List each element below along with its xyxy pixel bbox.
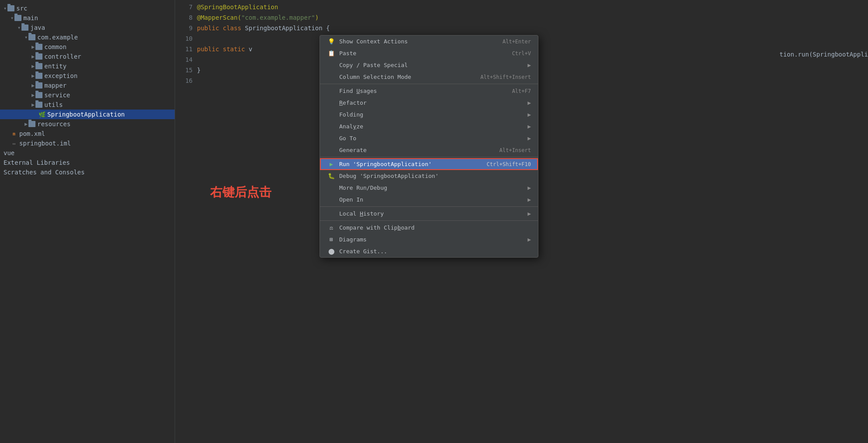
- submenu-arrow-more-run-icon: ▶: [527, 184, 531, 191]
- annotation-text: @SpringBootApplication: [197, 4, 278, 11]
- sidebar-item-entity[interactable]: ▶ entity: [0, 61, 175, 71]
- sidebar-item-exception[interactable]: ▶ exception: [0, 71, 175, 81]
- menu-item-column-selection[interactable]: Column Selection Mode Alt+Shift+Insert: [320, 71, 538, 83]
- menu-item-analyze[interactable]: Analyze ▶: [320, 120, 538, 132]
- sidebar-item-service[interactable]: ▶ service: [0, 90, 175, 100]
- arrow-icon: ▾: [4, 5, 7, 11]
- sidebar-label-com-example: com.example: [37, 34, 78, 41]
- sidebar-item-common[interactable]: ▶ common: [0, 42, 175, 52]
- menu-label-debug: Debug 'SpringbootApplication': [339, 173, 531, 179]
- submenu-arrow-analyze-icon: ▶: [527, 123, 531, 130]
- sidebar-item-springboot-application[interactable]: 🌿 SpringbootApplication: [0, 110, 175, 119]
- menu-item-diagrams[interactable]: ⊞ Diagrams ▶: [320, 234, 538, 245]
- menu-label-generate: Generate: [339, 147, 491, 153]
- folder-icon: [35, 102, 42, 108]
- folder-icon: [28, 121, 35, 127]
- line-num-10: 10: [175, 33, 193, 44]
- sidebar-item-utils[interactable]: ▶ utils: [0, 100, 175, 110]
- menu-label-folding: Folding: [339, 111, 524, 118]
- submenu-arrow-folding-icon: ▶: [527, 111, 531, 118]
- arrow-icon: ▶: [32, 63, 35, 69]
- sidebar-item-src[interactable]: ▾ src: [0, 4, 175, 13]
- sidebar-label-springboot-application: SpringbootApplication: [47, 111, 125, 118]
- menu-label-go-to: Go To: [339, 135, 524, 142]
- code-right-text: tion.run(SpringbootAppli: [780, 51, 868, 58]
- sidebar-item-mapper[interactable]: ▶ mapper: [0, 81, 175, 90]
- class-name: SpringbootApplication {: [245, 25, 330, 32]
- submenu-arrow-refactor-icon: ▶: [527, 99, 531, 106]
- line-num-11: ▶ 11: [175, 44, 193, 54]
- line-num-15: 15: [175, 65, 193, 75]
- line-num-8: 8: [175, 12, 193, 23]
- sidebar-item-scratches-consoles[interactable]: Scratches and Consoles: [0, 167, 175, 177]
- menu-item-refactor[interactable]: Refactor ▶: [320, 97, 538, 109]
- menu-item-compare[interactable]: ⚖ Compare with Clipboard: [320, 222, 538, 234]
- menu-item-generate[interactable]: Generate Alt+Insert: [320, 144, 538, 156]
- separator-4: [320, 220, 538, 221]
- sidebar-label-common: common: [44, 43, 67, 50]
- sidebar-label-vue: vue: [4, 149, 14, 156]
- project-sidebar: ▾ src ▾ main ▾ java ▾ com.example ▶ comm…: [0, 0, 175, 443]
- arrow-icon: ▾: [11, 15, 14, 21]
- bulb-icon: 💡: [327, 38, 336, 45]
- menu-shortcut-generate: Alt+Insert: [499, 147, 531, 153]
- sidebar-item-main[interactable]: ▾ main: [0, 13, 175, 23]
- code-line-right-11: tion.run(SpringbootAppli: [780, 49, 868, 60]
- sidebar-item-java[interactable]: ▾ java: [0, 23, 175, 32]
- folder-icon: [35, 82, 42, 89]
- separator-1: [320, 84, 538, 84]
- menu-item-find-usages[interactable]: Find Usages Alt+F7: [320, 85, 538, 97]
- iml-file-icon: ▭: [11, 140, 18, 147]
- spring-file-icon: 🌿: [39, 111, 46, 118]
- sidebar-item-resources[interactable]: ▶ resources: [0, 119, 175, 129]
- menu-item-run[interactable]: ▶ Run 'SpringbootApplication' Ctrl+Shift…: [320, 158, 538, 170]
- menu-item-paste[interactable]: 📋 Paste Ctrl+V: [320, 47, 538, 59]
- arrow-icon: ▶: [32, 53, 35, 60]
- folder-icon: [35, 44, 42, 50]
- sidebar-item-external-libraries[interactable]: External Libraries: [0, 158, 175, 167]
- menu-label-show-context: Show Context Actions: [339, 38, 494, 45]
- menu-shortcut-run: Ctrl+Shift+F10: [487, 161, 531, 167]
- arrow-icon: ▶: [32, 102, 35, 108]
- keyword-static: static: [223, 46, 249, 53]
- menu-label-create-gist: Create Gist...: [339, 248, 531, 255]
- menu-label-paste: Paste: [339, 50, 503, 57]
- menu-item-show-context[interactable]: 💡 Show Context Actions Alt+Enter: [320, 35, 538, 47]
- submenu-arrow-diagrams-icon: ▶: [527, 236, 531, 243]
- sidebar-item-com-example[interactable]: ▾ com.example: [0, 32, 175, 42]
- method-sig: v: [249, 46, 252, 53]
- sidebar-label-scratches-consoles: Scratches and Consoles: [4, 169, 84, 176]
- arrow-icon: ▶: [25, 121, 28, 127]
- submenu-arrow-goto-icon: ▶: [527, 135, 531, 142]
- menu-label-open-in: Open In: [339, 196, 524, 203]
- sidebar-label-controller: controller: [44, 53, 81, 60]
- menu-label-more-run: More Run/Debug: [339, 184, 524, 191]
- menu-label-refactor: Refactor: [339, 99, 524, 106]
- github-icon: ⬤: [327, 248, 336, 255]
- code-line-7: @SpringBootApplication: [197, 2, 868, 12]
- sidebar-item-vue[interactable]: vue: [0, 148, 175, 158]
- menu-label-column-selection: Column Selection Mode: [339, 74, 471, 80]
- menu-item-create-gist[interactable]: ⬤ Create Gist...: [320, 245, 538, 257]
- line-numbers: 🔍 7 8 🔍 ▶ 9 10 ▶ 11 14 15 16: [175, 0, 197, 443]
- sidebar-item-controller[interactable]: ▶ controller: [0, 52, 175, 61]
- arrow-icon: ▶: [32, 44, 35, 50]
- menu-item-more-run[interactable]: More Run/Debug ▶: [320, 182, 538, 194]
- sidebar-item-springboot-iml[interactable]: ▭ springboot.iml: [0, 138, 175, 148]
- folder-icon: [21, 25, 28, 31]
- menu-label-find-usages: Find Usages: [339, 88, 503, 94]
- line-num-9: 🔍 ▶ 9: [175, 23, 193, 33]
- menu-item-folding[interactable]: Folding ▶: [320, 109, 538, 120]
- line-num-16: 16: [175, 75, 193, 86]
- folder-icon: [35, 92, 42, 98]
- sidebar-item-pom-xml[interactable]: m pom.xml: [0, 129, 175, 138]
- menu-item-local-history[interactable]: Local History ▶: [320, 208, 538, 220]
- folder-icon: [35, 63, 42, 69]
- line-num-7: 🔍 7: [175, 2, 193, 12]
- menu-item-debug[interactable]: 🐛 Debug 'SpringbootApplication': [320, 170, 538, 182]
- sidebar-label-main: main: [23, 14, 38, 21]
- sidebar-label-mapper: mapper: [44, 82, 67, 89]
- menu-item-copy-paste[interactable]: Copy / Paste Special ▶: [320, 59, 538, 71]
- menu-item-go-to[interactable]: Go To ▶: [320, 132, 538, 144]
- menu-item-open-in[interactable]: Open In ▶: [320, 194, 538, 206]
